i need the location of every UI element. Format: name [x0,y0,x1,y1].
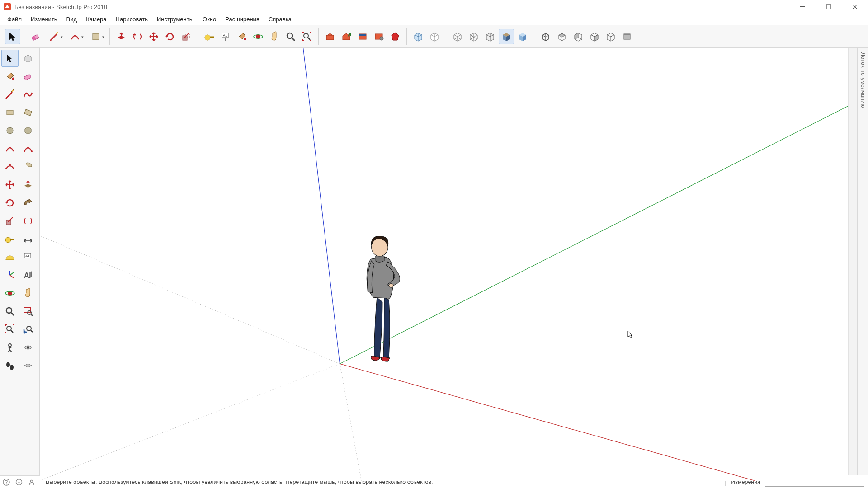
move-tool[interactable] [1,176,19,193]
pan-button[interactable] [267,29,282,44]
select-tool[interactable] [1,50,19,67]
maximize-button[interactable] [816,0,842,14]
view-front-button[interactable] [571,29,586,44]
cursor-icon [627,331,634,339]
default-tray-tab[interactable]: Лоток по умолчанию [857,48,868,475]
shapes-tool-button[interactable]: ▾ [86,29,106,44]
tape-measure-button[interactable] [202,29,217,44]
3d-warehouse-share-button[interactable] [339,29,354,44]
view-right-button[interactable] [587,29,602,44]
3d-warehouse-button[interactable] [322,29,338,44]
menu-edit[interactable]: Изменить [26,14,62,24]
svg-point-39 [6,308,12,313]
polygon-tool[interactable] [19,122,37,139]
zoom-button[interactable] [283,29,298,44]
minimize-button[interactable] [789,0,816,14]
style-monochrome-button[interactable] [515,29,530,44]
freehand-tool[interactable] [19,86,37,103]
previous-view-tool[interactable] [19,321,37,338]
help-icon[interactable] [0,476,13,488]
follow-me-tool[interactable] [19,194,37,211]
walk-tool[interactable] [1,357,19,374]
orbit-button[interactable] [250,29,266,44]
paint-bucket-button[interactable] [234,29,250,44]
pushpull-tool-button[interactable] [113,29,129,44]
svg-point-19 [380,37,383,40]
three-point-arc-tool[interactable] [1,158,19,175]
dimension-tool[interactable] [19,230,37,248]
offset-tool[interactable] [19,212,37,230]
model-canvas[interactable] [40,48,868,481]
view-top-button[interactable] [554,29,570,44]
ruby-console-button[interactable] [387,29,403,44]
two-point-arc-tool[interactable] [19,140,37,157]
orbit-tool[interactable] [1,285,19,302]
rectangle-tool[interactable] [1,104,19,121]
rotate-tool[interactable] [1,194,19,211]
menu-window[interactable]: Окно [198,14,221,24]
text-tool[interactable]: A1 [19,249,37,266]
geo-icon[interactable] [13,476,25,488]
line-tool-button[interactable]: ▾ [44,29,64,44]
viewport[interactable]: Лоток по умолчанию [40,48,868,475]
extension-warehouse-button[interactable] [355,29,370,44]
zoom-tool[interactable] [1,303,19,320]
pushpull-tool[interactable] [19,176,37,193]
rotated-rectangle-tool[interactable] [19,104,37,121]
svg-point-31 [13,168,14,169]
svg-rect-21 [624,34,630,35]
style-wireframe-button[interactable] [466,29,481,44]
arc-tool[interactable] [1,140,19,157]
view-left-button[interactable] [619,29,635,44]
menu-tools[interactable]: Инструменты [152,14,198,24]
section-plane-tool[interactable] [19,357,37,374]
style-xray-button[interactable] [450,29,465,44]
face-style-back-button[interactable] [427,29,442,44]
offset-tool-button[interactable] [130,29,145,44]
menu-camera[interactable]: Камера [81,14,111,24]
menu-file[interactable]: Файл [3,14,26,24]
scale-tool-button[interactable] [179,29,194,44]
menu-view[interactable]: Вид [62,14,82,24]
extension-manager-button[interactable] [371,29,387,44]
move-tool-button[interactable] [146,29,161,44]
scale-tool[interactable] [1,212,19,230]
svg-point-28 [31,150,33,152]
paint-tool[interactable] [1,68,19,85]
make-component-tool[interactable] [19,50,37,67]
look-around-tool[interactable] [19,339,37,356]
zoom-extents-button[interactable] [299,29,315,44]
eraser-tool-button[interactable] [28,29,43,44]
vertical-scrollbar[interactable] [848,48,857,475]
select-tool-button[interactable] [5,29,20,44]
eraser-tool[interactable] [19,68,37,85]
pie-tool[interactable] [19,158,37,175]
menu-draw[interactable]: Нарисовать [111,14,152,24]
view-back-button[interactable] [603,29,618,44]
zoom-extents-tool[interactable] [1,321,19,338]
view-iso-button[interactable] [538,29,553,44]
face-style-front-button[interactable] [410,29,426,44]
scale-figure[interactable] [367,236,400,361]
svg-point-30 [9,164,11,165]
menu-extensions[interactable]: Расширения [221,14,264,24]
pan-tool[interactable] [19,285,37,302]
circle-tool[interactable] [1,122,19,139]
axes-tool[interactable] [1,267,19,284]
menu-help[interactable]: Справка [264,14,296,24]
zoom-window-tool[interactable] [19,303,37,320]
3d-text-tool[interactable]: A [19,267,37,284]
credits-icon[interactable] [25,476,38,488]
protractor-tool[interactable] [1,249,19,266]
line-tool[interactable] [1,86,19,103]
top-toolbar: ▾ ▾ ▾ A1 [0,25,868,48]
style-shaded-textures-button[interactable] [499,29,514,44]
arc-tool-button[interactable]: ▾ [65,29,85,44]
text-label-button[interactable]: A1 [218,29,233,44]
close-button[interactable] [842,0,868,14]
position-camera-tool[interactable] [1,339,19,356]
rotate-tool-button[interactable] [162,29,178,44]
tape-measure-tool[interactable] [1,230,19,248]
svg-point-27 [24,150,25,152]
style-hidden-line-button[interactable] [482,29,498,44]
